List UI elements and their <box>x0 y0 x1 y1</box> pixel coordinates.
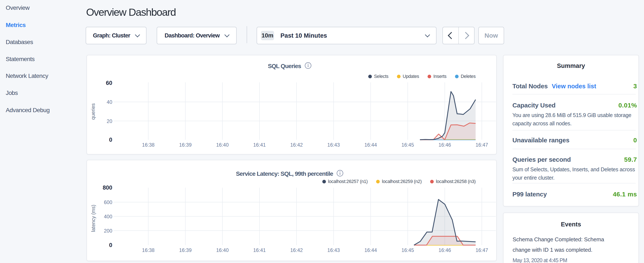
svg-text:20: 20 <box>107 119 112 124</box>
svg-text:16:44: 16:44 <box>364 247 377 253</box>
svg-text:16:46: 16:46 <box>438 247 451 253</box>
svg-text:16:43: 16:43 <box>328 142 340 148</box>
svg-text:16:43: 16:43 <box>328 247 340 253</box>
svg-text:0: 0 <box>109 137 112 143</box>
svg-text:16:45: 16:45 <box>402 247 414 253</box>
svg-text:400: 400 <box>104 214 112 219</box>
svg-text:16:47: 16:47 <box>476 142 488 148</box>
svg-text:16:39: 16:39 <box>179 142 192 148</box>
svg-text:16:42: 16:42 <box>290 142 303 148</box>
svg-text:16:41: 16:41 <box>253 247 266 253</box>
svg-text:800: 800 <box>103 184 112 191</box>
svg-text:queries: queries <box>90 103 96 120</box>
svg-text:60: 60 <box>106 80 112 86</box>
svg-text:latency (ms): latency (ms) <box>90 205 96 232</box>
svg-text:16:38: 16:38 <box>142 142 154 148</box>
svg-text:600: 600 <box>104 200 112 205</box>
svg-text:40: 40 <box>107 99 112 105</box>
svg-text:16:47: 16:47 <box>476 247 488 253</box>
svg-text:16:45: 16:45 <box>402 142 414 148</box>
svg-text:16:42: 16:42 <box>290 247 303 253</box>
svg-text:16:40: 16:40 <box>216 142 229 148</box>
svg-text:16:40: 16:40 <box>216 247 229 253</box>
svg-text:16:41: 16:41 <box>253 142 266 148</box>
svg-text:16:46: 16:46 <box>438 142 451 148</box>
svg-text:16:39: 16:39 <box>179 247 192 253</box>
svg-text:16:44: 16:44 <box>364 142 377 148</box>
svg-text:200: 200 <box>104 228 112 234</box>
svg-text:0: 0 <box>109 242 112 248</box>
svg-text:16:38: 16:38 <box>142 247 154 253</box>
